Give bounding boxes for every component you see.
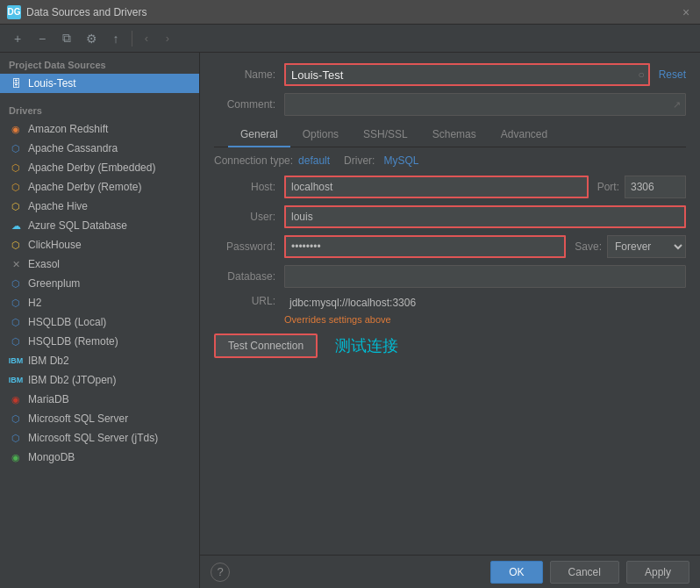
- mssql-jtds-icon: ⬡: [9, 431, 23, 445]
- name-label: Name:: [214, 68, 284, 81]
- driver-item-exasol[interactable]: ✕ Exasol: [0, 255, 199, 274]
- expand-icon: ↗: [673, 99, 681, 111]
- tab-general[interactable]: General: [228, 123, 290, 147]
- copy-button[interactable]: ⧉: [56, 28, 77, 49]
- user-label: User:: [214, 211, 284, 223]
- mongodb-icon: ◉: [9, 450, 23, 464]
- main-container: + − ⧉ ⚙ ↑ ‹ › Project Data Sources 🗄 Lou…: [0, 25, 700, 588]
- exasol-icon: ✕: [9, 257, 23, 271]
- driver-value[interactable]: MySQL: [383, 154, 418, 167]
- driver-item-mariadb[interactable]: ◉ MariaDB: [0, 390, 199, 409]
- driver-item-clickhouse[interactable]: ⬡ ClickHouse: [0, 235, 199, 255]
- comment-label: Comment:: [214, 98, 284, 111]
- name-clear-icon[interactable]: ○: [638, 68, 644, 81]
- comment-input[interactable]: [284, 93, 686, 116]
- hsqldb-remote-icon: ⬡: [9, 334, 23, 348]
- mssql-icon: ⬡: [9, 412, 23, 426]
- driver-label: Apache Hive: [28, 200, 88, 212]
- close-icon[interactable]: ×: [679, 5, 693, 19]
- remove-button[interactable]: −: [32, 28, 53, 49]
- tab-options[interactable]: Options: [290, 123, 351, 147]
- tab-ssh-ssl[interactable]: SSH/SSL: [351, 123, 420, 147]
- drivers-title: Drivers: [0, 100, 199, 119]
- driver-label-text: Driver:: [344, 154, 375, 167]
- driver-label: IBM Db2: [28, 355, 69, 367]
- driver-label: Microsoft SQL Server (jTds): [28, 432, 158, 444]
- comment-row: Comment: ↗: [214, 93, 686, 116]
- hive-icon: ⬡: [9, 199, 23, 213]
- azure-icon: ☁: [9, 219, 23, 233]
- app-icon: DG: [7, 5, 21, 19]
- sidebar-item-louis-test[interactable]: 🗄 Louis-Test: [0, 74, 199, 93]
- driver-item-apache-derby-remote[interactable]: ⬡ Apache Derby (Remote): [0, 177, 199, 197]
- drivers-section: Drivers ◉ Amazon Redshift ⬡ Apache Cassa…: [0, 100, 199, 467]
- database-row: Database:: [214, 265, 686, 288]
- project-section-title: Project Data Sources: [0, 53, 199, 74]
- redshift-icon: ◉: [9, 122, 23, 136]
- form-area: Name: ○ Reset Comment: ↗: [200, 53, 700, 555]
- back-button[interactable]: ‹: [138, 30, 155, 47]
- driver-item-apache-cassandra[interactable]: ⬡ Apache Cassandra: [0, 139, 199, 158]
- driver-label: Apache Derby (Remote): [28, 181, 141, 193]
- driver-item-hsqldb-remote[interactable]: ⬡ HSQLDB (Remote): [0, 332, 199, 351]
- settings-button[interactable]: ⚙: [81, 28, 102, 49]
- apply-button[interactable]: Apply: [626, 561, 689, 584]
- export-button[interactable]: ↑: [105, 28, 126, 49]
- driver-item-mssql-jtds[interactable]: ⬡ Microsoft SQL Server (jTds): [0, 428, 199, 448]
- port-input[interactable]: [625, 176, 686, 198]
- driver-label: Apache Derby (Embedded): [28, 161, 155, 174]
- url-hint: Overrides settings above: [284, 314, 686, 325]
- url-label: URL:: [214, 295, 284, 307]
- user-input[interactable]: [284, 205, 686, 228]
- driver-item-apache-derby-embedded[interactable]: ⬡ Apache Derby (Embedded): [0, 158, 199, 177]
- driver-label: ClickHouse: [28, 239, 82, 251]
- reset-link[interactable]: Reset: [659, 68, 686, 81]
- driver-label: Exasol: [28, 258, 60, 270]
- host-label: Host:: [214, 181, 284, 193]
- sidebar: Project Data Sources 🗄 Louis-Test Driver…: [0, 53, 200, 588]
- clickhouse-icon: ⬡: [9, 238, 23, 252]
- forward-button[interactable]: ›: [159, 30, 176, 47]
- bottom-actions: OK Cancel Apply: [490, 561, 689, 584]
- cassandra-icon: ⬡: [9, 141, 23, 155]
- url-row: URL: jdbc:mysql://localhost:3306: [214, 295, 686, 311]
- database-label: Database:: [214, 270, 284, 283]
- driver-label: HSQLDB (Local): [28, 316, 106, 328]
- name-input-wrapper: ○: [284, 63, 650, 86]
- h2-icon: ⬡: [9, 296, 23, 310]
- driver-label: Azure SQL Database: [28, 219, 127, 232]
- driver-item-mongodb[interactable]: ◉ MongoDB: [0, 448, 199, 467]
- driver-item-ibm-db2-jtopen[interactable]: IBM IBM Db2 (JTOpen): [0, 370, 199, 390]
- test-connection-button[interactable]: Test Connection: [214, 333, 318, 358]
- driver-item-hsqldb-local[interactable]: ⬡ HSQLDB (Local): [0, 312, 199, 332]
- host-input[interactable]: [284, 176, 589, 198]
- password-input[interactable]: [284, 235, 566, 258]
- toolbar-separator: [132, 31, 132, 47]
- database-input[interactable]: [284, 265, 686, 288]
- cancel-button[interactable]: Cancel: [550, 561, 619, 584]
- right-panel: Name: ○ Reset Comment: ↗: [200, 53, 700, 588]
- password-label: Password:: [214, 240, 284, 253]
- save-select[interactable]: Forever Until restart Never: [607, 235, 686, 258]
- driver-item-apache-hive[interactable]: ⬡ Apache Hive: [0, 197, 199, 216]
- help-button[interactable]: ?: [211, 563, 230, 582]
- driver-item-h2[interactable]: ⬡ H2: [0, 293, 199, 312]
- save-label: Save:: [575, 240, 602, 253]
- driver-item-amazon-redshift[interactable]: ◉ Amazon Redshift: [0, 119, 199, 139]
- driver-item-greenplum[interactable]: ⬡ Greenplum: [0, 274, 199, 293]
- ok-button[interactable]: OK: [490, 561, 542, 584]
- sidebar-item-label: Louis-Test: [28, 77, 76, 90]
- connection-type-row: Connection type: default Driver: MySQL: [214, 154, 686, 167]
- name-input[interactable]: [284, 63, 650, 86]
- driver-item-ibm-db2[interactable]: IBM IBM Db2: [0, 351, 199, 370]
- tab-advanced[interactable]: Advanced: [489, 123, 560, 147]
- ibm-db2-icon: IBM: [9, 354, 23, 368]
- driver-label: Apache Cassandra: [28, 142, 118, 154]
- db-icon: 🗄: [9, 76, 23, 90]
- connection-type-value[interactable]: default: [298, 154, 330, 167]
- driver-item-azure-sql[interactable]: ☁ Azure SQL Database: [0, 216, 199, 235]
- driver-item-mssql[interactable]: ⬡ Microsoft SQL Server: [0, 409, 199, 428]
- connection-type-label: Connection type:: [214, 154, 293, 167]
- add-button[interactable]: +: [7, 28, 28, 49]
- tab-schemas[interactable]: Schemas: [420, 123, 489, 147]
